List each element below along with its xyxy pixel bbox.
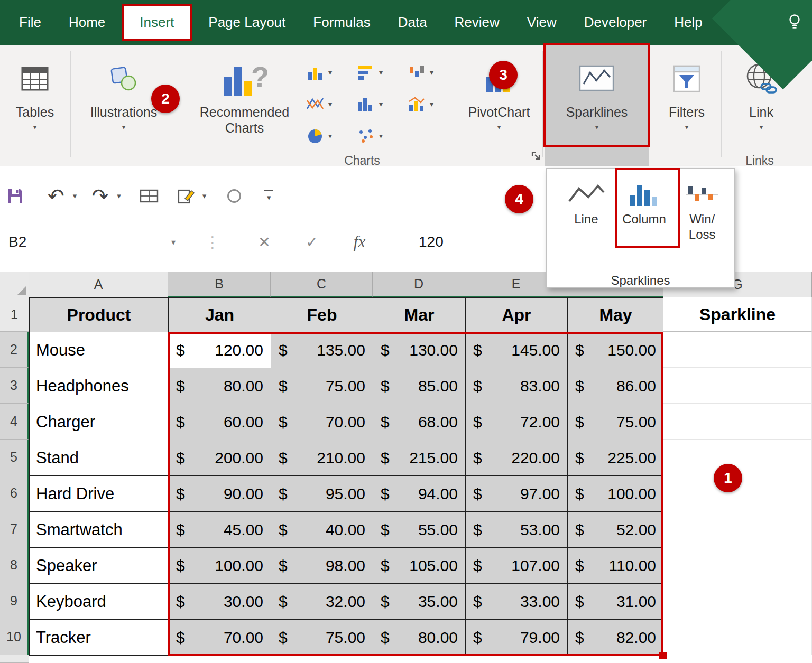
filters-button[interactable]: Filters ▾ xyxy=(659,54,715,130)
cell-b3[interactable]: $80.00 xyxy=(169,368,271,404)
tab-page-layout[interactable]: Page Layout xyxy=(195,2,299,43)
cell-e8[interactable]: $107.00 xyxy=(466,548,568,584)
cell-e6[interactable]: $97.00 xyxy=(466,476,568,512)
cell-c4[interactable]: $70.00 xyxy=(271,404,373,440)
tables-button[interactable]: Tables ▾ xyxy=(6,54,63,130)
cell-g9[interactable] xyxy=(663,583,812,619)
charts-dialog-launcher[interactable] xyxy=(531,151,541,163)
enter-button[interactable]: ✓ xyxy=(288,234,336,251)
range-corner-handle[interactable] xyxy=(659,652,667,659)
row-header-6[interactable]: 6 xyxy=(0,475,29,511)
cell-f5[interactable]: $225.00 xyxy=(568,440,664,476)
cell-g1[interactable]: Sparkline xyxy=(663,297,812,332)
cell-a6[interactable]: Hard Drive xyxy=(30,476,169,512)
cell-e7[interactable]: $53.00 xyxy=(466,512,568,548)
cell-a5[interactable]: Stand xyxy=(30,440,169,476)
line-chart-button[interactable]: ▾ xyxy=(306,95,356,113)
cell-c8[interactable]: $98.00 xyxy=(271,548,373,584)
cell-g3[interactable] xyxy=(663,368,812,404)
pie-chart-button[interactable]: ▾ xyxy=(306,127,356,145)
cell-c6[interactable]: $95.00 xyxy=(271,476,373,512)
row-header-5[interactable]: 5 xyxy=(0,440,29,475)
sparkline-winloss-option[interactable]: Win/Loss xyxy=(673,177,731,242)
cell-d8[interactable]: $105.00 xyxy=(373,548,466,584)
cell-f8[interactable]: $110.00 xyxy=(568,548,664,584)
tab-help[interactable]: Help xyxy=(660,2,716,43)
scatter-chart-button[interactable]: ▾ xyxy=(356,127,407,145)
combo-chart-button[interactable]: ▾ xyxy=(407,95,458,113)
cell-e3[interactable]: $83.00 xyxy=(466,368,568,404)
redo-button[interactable]: ↷ xyxy=(91,186,108,206)
cell-d4[interactable]: $68.00 xyxy=(373,404,466,440)
tab-insert[interactable]: Insert xyxy=(122,4,192,41)
cell-c9[interactable]: $32.00 xyxy=(271,584,373,620)
bar-chart-button[interactable]: ▾ xyxy=(356,63,407,81)
undo-dropdown[interactable]: ▾ xyxy=(73,191,77,201)
histogram-chart-button[interactable]: ▾ xyxy=(356,95,407,113)
cell-g7[interactable] xyxy=(663,511,812,547)
row-header-2[interactable]: 2 xyxy=(0,332,29,368)
cell-d7[interactable]: $55.00 xyxy=(373,512,466,548)
cell-c10[interactable]: $75.00 xyxy=(271,620,373,656)
cell-b7[interactable]: $45.00 xyxy=(169,512,271,548)
cell-d9[interactable]: $35.00 xyxy=(373,584,466,620)
cell-e1[interactable]: Apr xyxy=(466,298,568,332)
cell-c3[interactable]: $75.00 xyxy=(271,368,373,404)
cell-b9[interactable]: $30.00 xyxy=(169,584,271,620)
row-header-9[interactable]: 9 xyxy=(0,583,29,619)
name-box[interactable]: B2 ▾ xyxy=(0,226,182,258)
undo-button[interactable]: ↶ xyxy=(48,186,64,206)
cell-d6[interactable]: $94.00 xyxy=(373,476,466,512)
edit-dropdown[interactable]: ▾ xyxy=(202,191,207,201)
cell-c1[interactable]: Feb xyxy=(271,298,373,332)
customize-toolbar-button[interactable]: ▾ xyxy=(264,190,273,202)
row-header-4[interactable]: 4 xyxy=(0,404,29,440)
stock-chart-button[interactable]: ▾ xyxy=(407,63,458,81)
cell-d3[interactable]: $85.00 xyxy=(373,368,466,404)
cell-g10[interactable] xyxy=(663,619,812,655)
save-button[interactable] xyxy=(6,187,24,205)
column-chart-button[interactable]: ▾ xyxy=(306,63,356,81)
cell-f9[interactable]: $31.00 xyxy=(568,584,664,620)
cell-a10[interactable]: Tracker xyxy=(30,620,169,656)
cell-d10[interactable]: $80.00 xyxy=(373,620,466,656)
row-header-3[interactable]: 3 xyxy=(0,368,29,404)
column-header-c[interactable]: C xyxy=(271,272,373,297)
cell-e9[interactable]: $33.00 xyxy=(466,584,568,620)
tab-home[interactable]: Home xyxy=(55,2,119,43)
cell-e4[interactable]: $72.00 xyxy=(466,404,568,440)
insert-function-button[interactable]: fx xyxy=(336,232,383,251)
cell-a4[interactable]: Charger xyxy=(30,404,169,440)
cell-f4[interactable]: $75.00 xyxy=(568,404,664,440)
column-header-a[interactable]: A xyxy=(29,272,168,297)
cell-a7[interactable]: Smartwatch xyxy=(30,512,169,548)
cell-b8[interactable]: $100.00 xyxy=(169,548,271,584)
cell-b10[interactable]: $70.00 xyxy=(169,620,271,656)
cell-b4[interactable]: $60.00 xyxy=(169,404,271,440)
tab-formulas[interactable]: Formulas xyxy=(299,2,384,43)
column-header-b[interactable]: B xyxy=(168,272,271,297)
cell-b2-active[interactable]: $120.00 xyxy=(169,332,271,368)
lightbulb-icon[interactable] xyxy=(786,13,804,33)
recommended-charts-button[interactable]: ? Recommended Charts xyxy=(188,54,301,136)
row-header-8[interactable]: 8 xyxy=(0,547,29,583)
redo-dropdown[interactable]: ▾ xyxy=(117,191,121,201)
edit-button[interactable] xyxy=(177,187,196,205)
cell-g8[interactable] xyxy=(663,547,812,583)
cell-a3[interactable]: Headphones xyxy=(30,368,169,404)
cell-f3[interactable]: $86.00 xyxy=(568,368,664,404)
cell-b6[interactable]: $90.00 xyxy=(169,476,271,512)
cell-a8[interactable]: Speaker xyxy=(30,548,169,584)
cancel-button[interactable]: ✕ xyxy=(241,234,288,251)
select-all-corner[interactable] xyxy=(0,272,29,297)
cell-a9[interactable]: Keyboard xyxy=(30,584,169,620)
cell-c2[interactable]: $135.00 xyxy=(271,332,373,368)
column-header-d[interactable]: D xyxy=(373,272,465,297)
cell-b1[interactable]: Jan xyxy=(169,298,271,332)
cell-c7[interactable]: $40.00 xyxy=(271,512,373,548)
cell-b5[interactable]: $200.00 xyxy=(169,440,271,476)
cell-d1[interactable]: Mar xyxy=(373,298,466,332)
cell-d5[interactable]: $215.00 xyxy=(373,440,466,476)
cell-e2[interactable]: $145.00 xyxy=(466,332,568,368)
cell-f7[interactable]: $52.00 xyxy=(568,512,664,548)
